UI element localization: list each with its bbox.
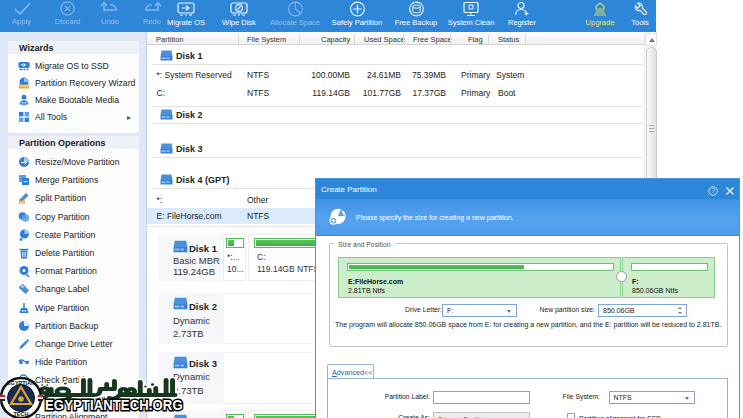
svg-text:TECH: TECH (14, 411, 29, 417)
svg-text:?: ? (711, 187, 715, 194)
svg-text:EGYPTIAN: EGYPTIAN (7, 380, 35, 386)
